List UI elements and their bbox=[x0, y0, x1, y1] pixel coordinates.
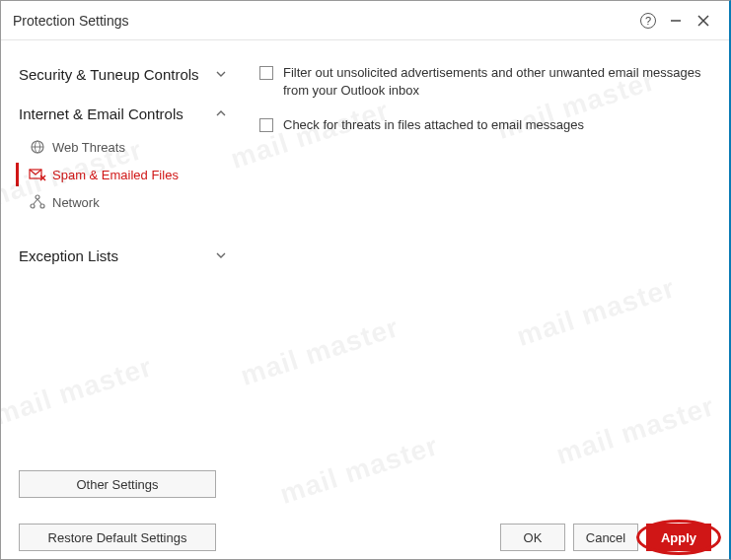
other-settings-button[interactable]: Other Settings bbox=[19, 470, 216, 498]
option-filter-ads[interactable]: Filter out unsolicited advertisements an… bbox=[259, 64, 705, 99]
sidebar-item-network[interactable]: Network bbox=[1, 188, 246, 216]
minimize-icon[interactable] bbox=[662, 7, 690, 35]
checkbox-icon[interactable] bbox=[259, 118, 273, 132]
network-icon bbox=[27, 193, 48, 211]
chevron-down-icon bbox=[214, 68, 228, 83]
help-icon[interactable]: ? bbox=[634, 7, 662, 35]
content-panel: Filter out unsolicited advertisements an… bbox=[246, 40, 729, 512]
sidebar-item-label: Web Threats bbox=[52, 140, 125, 155]
section-label: Security & Tuneup Controls bbox=[19, 66, 199, 84]
chevron-down-icon bbox=[214, 249, 228, 264]
section-exception-lists[interactable]: Exception Lists bbox=[1, 242, 246, 271]
section-internet-email[interactable]: Internet & Email Controls bbox=[1, 100, 246, 129]
sidebar-item-label: Network bbox=[52, 195, 100, 210]
ok-button[interactable]: OK bbox=[500, 524, 565, 551]
svg-line-13 bbox=[37, 199, 41, 204]
svg-line-12 bbox=[34, 199, 37, 204]
checkbox-icon[interactable] bbox=[259, 66, 273, 80]
section-label: Exception Lists bbox=[19, 247, 118, 265]
option-label: Check for threats in files attached to e… bbox=[283, 116, 584, 134]
sidebar-item-web-threats[interactable]: Web Threats bbox=[1, 133, 246, 161]
sidebar-item-label: Spam & Emailed Files bbox=[52, 168, 179, 182]
cancel-button[interactable]: Cancel bbox=[573, 524, 638, 551]
sidebar: Security & Tuneup Controls Internet & Em… bbox=[1, 40, 246, 512]
globe-icon bbox=[27, 138, 48, 156]
section-label: Internet & Email Controls bbox=[19, 105, 183, 123]
mail-x-icon bbox=[27, 166, 48, 183]
apply-button[interactable]: Apply bbox=[646, 524, 711, 551]
main-area: Security & Tuneup Controls Internet & Em… bbox=[1, 40, 729, 512]
svg-point-9 bbox=[36, 195, 39, 199]
svg-point-11 bbox=[40, 204, 44, 208]
option-label: Filter out unsolicited advertisements an… bbox=[283, 64, 705, 99]
footer: Restore Default Settings OK Cancel Apply bbox=[1, 516, 729, 559]
restore-defaults-button[interactable]: Restore Default Settings bbox=[19, 524, 216, 551]
section-internet-email-items: Web Threats Spam & Emailed Files Network bbox=[1, 129, 246, 220]
svg-point-10 bbox=[31, 204, 35, 208]
sidebar-item-spam-emailed-files[interactable]: Spam & Emailed Files bbox=[1, 161, 246, 188]
close-icon[interactable] bbox=[690, 7, 717, 35]
sidebar-bottom: Other Settings bbox=[19, 470, 216, 510]
chevron-up-icon bbox=[214, 107, 228, 122]
option-check-threats[interactable]: Check for threats in files attached to e… bbox=[259, 116, 705, 134]
window-title: Protection Settings bbox=[13, 13, 129, 29]
section-security-tuneup[interactable]: Security & Tuneup Controls bbox=[1, 60, 246, 90]
titlebar: Protection Settings ? bbox=[1, 1, 729, 40]
